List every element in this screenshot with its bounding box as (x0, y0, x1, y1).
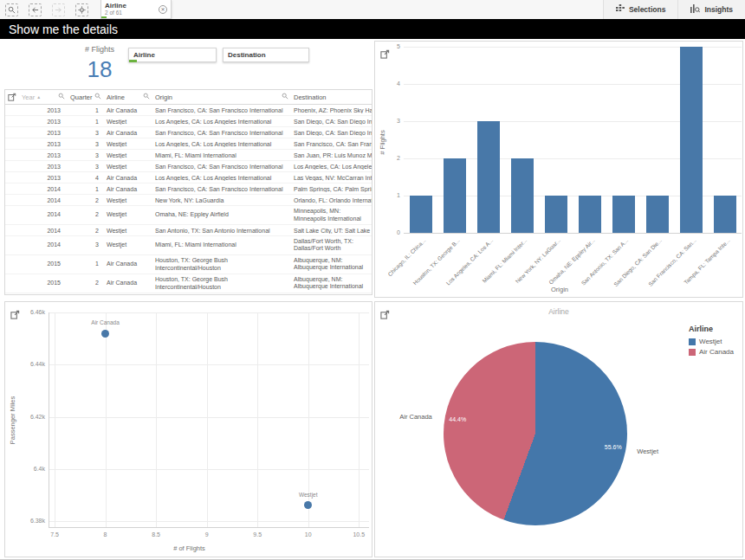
cell-quarter[interactable]: 3 (68, 141, 104, 147)
cell-destination[interactable]: San Juan, PR: Luis Munoz Marin Internati… (291, 152, 372, 158)
column-header-quarter[interactable]: Quarter (68, 90, 104, 104)
search-icon[interactable] (94, 93, 101, 101)
cell-quarter[interactable]: 3 (68, 152, 104, 158)
table-row[interactable]: 20142WestjetNew York, NY: LaGuardiaOrlan… (5, 195, 372, 206)
cell-year[interactable]: 2015 (19, 280, 68, 287)
bar[interactable] (477, 121, 500, 233)
cell-origin[interactable]: San Francisco, CA: San Francisco Interna… (152, 164, 291, 170)
cell-destination[interactable]: San Diego, CA: San Diego International (291, 119, 372, 125)
table-row[interactable]: 20131Air CanadaSan Francisco, CA: San Fr… (5, 105, 372, 116)
cell-year[interactable]: 2013 (19, 152, 68, 158)
cell-quarter[interactable]: 3 (68, 241, 104, 249)
cell-quarter[interactable]: 3 (68, 130, 104, 136)
table-row[interactable]: 20133WestjetLos Angeles, CA: Los Angeles… (5, 138, 372, 150)
column-header-origin[interactable]: Origin (152, 90, 291, 104)
cell-origin[interactable]: Miami, FL: Miami International (152, 152, 291, 158)
cell-quarter[interactable]: 1 (68, 261, 104, 268)
cell-year[interactable]: 2013 (19, 141, 68, 147)
cell-origin[interactable]: Houston, TX: George Bush Intercontinenta… (152, 276, 291, 291)
export-icon[interactable] (5, 90, 19, 104)
bar[interactable] (444, 158, 466, 233)
cell-destination[interactable]: Dallas/Fort Worth, TX: Dallas/Fort Worth… (291, 238, 372, 254)
column-header-airline[interactable]: Airline (104, 90, 152, 104)
cell-destination[interactable]: Orlando, FL: Orlando International (291, 197, 372, 203)
cell-quarter[interactable]: 2 (68, 197, 104, 203)
export-icon[interactable] (380, 307, 390, 323)
table-row[interactable]: 20142WestjetOmaha, NE: Eppley AirfieldMi… (5, 206, 372, 225)
cell-quarter[interactable]: 1 (68, 186, 104, 192)
cell-destination[interactable]: Las Vegas, NV: McCarran International (291, 175, 372, 181)
cell-year[interactable]: 2014 (19, 228, 68, 234)
step-forward-icon[interactable] (52, 3, 65, 16)
legend-item-westjet[interactable]: Westjet (689, 338, 734, 345)
cell-year[interactable]: 2013 (19, 130, 68, 136)
column-header-year[interactable]: Year ▲ (19, 90, 68, 104)
cell-year[interactable]: 2015 (19, 261, 68, 268)
selection-chip-airline[interactable]: Airline 2 of 61 ✕ (100, 0, 172, 19)
cell-destination[interactable]: Salt Lake City, UT: Salt Lake City Inter… (291, 228, 372, 234)
table-row[interactable]: 20142WestjetSan Antonio, TX: San Antonio… (5, 225, 372, 236)
cell-airline[interactable]: Westjet (104, 241, 152, 249)
cell-destination[interactable]: Palm Springs, CA: Palm Springs Internati… (291, 186, 372, 192)
bar[interactable] (680, 47, 703, 233)
cell-origin[interactable]: New York, NY: LaGuardia (152, 197, 291, 203)
cell-quarter[interactable]: 2 (68, 280, 104, 287)
cell-year[interactable]: 2013 (19, 119, 68, 125)
cell-airline[interactable]: Westjet (104, 141, 152, 147)
table-row[interactable]: 20133WestjetMiami, FL: Miami Internation… (5, 150, 372, 161)
table-row[interactable]: 20143WestjetMiami, FL: Miami Internation… (5, 236, 372, 255)
bar[interactable] (612, 196, 635, 233)
cell-airline[interactable]: Westjet (104, 211, 152, 219)
cell-airline[interactable]: Air Canada (104, 107, 152, 113)
table-row[interactable]: 20134Air CanadaLos Angeles, CA: Los Ange… (5, 172, 372, 183)
search-icon[interactable] (282, 93, 288, 101)
cell-year[interactable]: 2014 (19, 186, 68, 192)
search-icon[interactable] (143, 93, 150, 101)
cell-airline[interactable]: Air Canada (104, 186, 152, 192)
cell-airline[interactable]: Westjet (104, 119, 152, 125)
step-back-icon[interactable] (29, 3, 42, 16)
cell-airline[interactable]: Air Canada (104, 175, 152, 181)
table-row[interactable]: 20131WestjetLos Angeles, CA: Los Angeles… (5, 116, 372, 127)
cell-origin[interactable]: San Francisco, CA: San Francisco Interna… (152, 107, 291, 113)
cell-origin[interactable]: San Antonio, TX: San Antonio Internation… (152, 228, 291, 234)
search-icon[interactable] (58, 93, 65, 101)
table-row[interactable]: 20152Air CanadaHouston, TX: George Bush … (5, 274, 372, 293)
cell-airline[interactable]: Air Canada (104, 130, 152, 136)
filter-airline[interactable]: Airline (128, 48, 217, 62)
cell-origin[interactable]: Miami, FL: Miami International (152, 241, 291, 249)
cell-destination[interactable]: San Francisco, CA: San Francisco Interna… (291, 141, 372, 147)
cell-destination[interactable]: Albuquerque, NM: Albuquerque Internation… (291, 257, 372, 273)
cell-destination[interactable]: San Diego, CA: San Diego International (291, 130, 372, 136)
cell-year[interactable]: 2013 (19, 107, 68, 113)
cell-quarter[interactable]: 3 (68, 164, 104, 170)
cell-origin[interactable]: Omaha, NE: Eppley Airfield (152, 211, 291, 219)
export-icon[interactable] (10, 307, 20, 323)
cell-quarter[interactable]: 2 (68, 228, 104, 234)
bar[interactable] (579, 196, 601, 233)
cell-airline[interactable]: Westjet (104, 197, 152, 203)
column-header-destination[interactable]: Destination (291, 90, 372, 104)
bar[interactable] (511, 158, 534, 233)
cell-year[interactable]: 2013 (19, 175, 68, 181)
bar[interactable] (545, 196, 567, 233)
cell-airline[interactable]: Westjet (104, 164, 152, 170)
bar[interactable] (646, 196, 669, 233)
gear-icon[interactable] (75, 3, 88, 16)
legend-item-air-canada[interactable]: Air Canada (689, 348, 734, 356)
close-icon[interactable]: ✕ (159, 5, 167, 14)
table-row[interactable]: 20133WestjetSan Francisco, CA: San Franc… (5, 161, 372, 172)
cell-origin[interactable]: Los Angeles, CA: Los Angeles Internation… (152, 141, 291, 147)
cell-year[interactable]: 2013 (19, 164, 68, 170)
cell-airline[interactable]: Air Canada (104, 261, 152, 268)
export-icon[interactable] (380, 47, 390, 62)
cell-year[interactable]: 2014 (19, 241, 68, 249)
smart-search-icon[interactable] (5, 3, 18, 16)
bar[interactable] (410, 196, 432, 233)
cell-quarter[interactable]: 1 (68, 107, 104, 113)
cell-quarter[interactable]: 2 (68, 211, 104, 219)
table-row[interactable]: 20133Air CanadaSan Francisco, CA: San Fr… (5, 127, 372, 138)
bar[interactable] (714, 196, 736, 233)
cell-destination[interactable]: Minneapolis, MN: Minneapolis Internation… (291, 208, 372, 222)
cell-destination[interactable]: Phoenix, AZ: Phoenix Sky Harbor Internat… (291, 107, 372, 113)
